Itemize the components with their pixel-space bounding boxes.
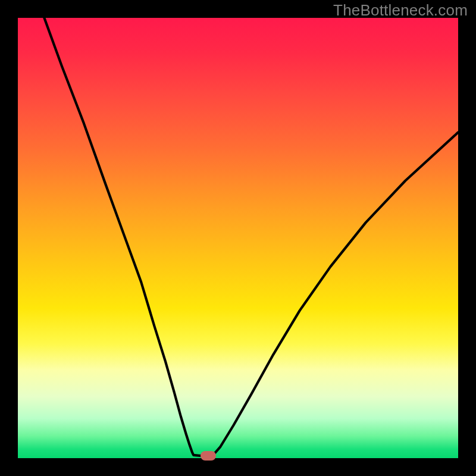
bottleneck-marker [201,451,216,461]
bottleneck-curve [18,18,458,458]
watermark-text: TheBottleneck.com [333,1,468,20]
plot-area [18,18,458,458]
chart-frame: TheBottleneck.com [0,0,476,476]
